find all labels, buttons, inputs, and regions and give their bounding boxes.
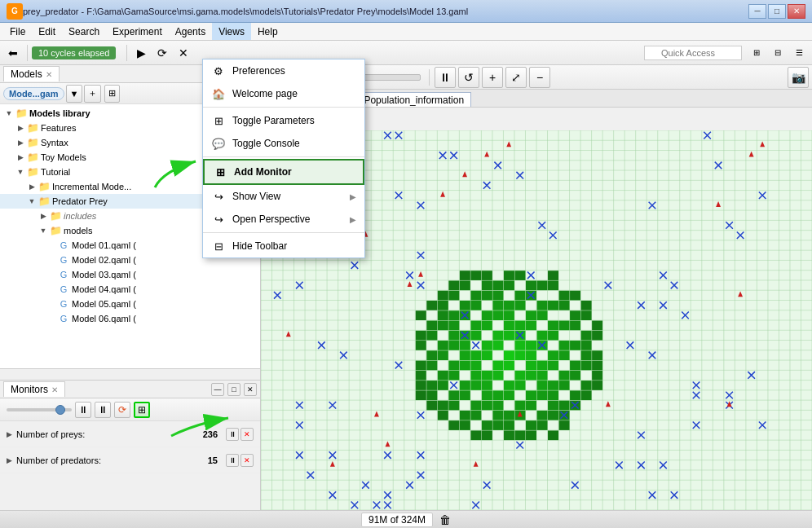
menu-search[interactable]: Search [62,23,106,40]
sim-expand-btn[interactable]: ⤢ [505,67,527,88]
sim-minus-btn[interactable]: − [529,67,550,88]
toolbar-btn-3[interactable]: ✕ [174,43,193,63]
tree-item-model01[interactable]: G Model 01.qaml ( [0,238,260,253]
monitors-speed-thumb[interactable] [55,405,65,415]
sim-toolbar: 👤 ▼ ⏸ ↺ + ⤢ − 📷 [261,65,812,90]
models-add-btn[interactable]: ＋ [84,85,101,103]
sim-reload-btn[interactable]: ↺ [458,67,479,88]
sim-dropdown-btn[interactable]: ▼ [288,67,309,88]
toolbar-layout-btn-2[interactable]: ⊟ [768,43,788,63]
menu-experiment[interactable]: Experiment [106,23,169,40]
tree-arrow-tutorial[interactable]: ▼ [15,168,26,176]
sim-pause-btn[interactable]: ⏸ [435,67,456,88]
folder-icon-syntax: 📁 [26,136,39,149]
monitors-tab-label: Monitors [11,384,48,395]
models-refresh-btn[interactable]: ⊞ [104,85,120,103]
sim-agent-btn[interactable]: 👤 [264,67,285,88]
tree-item-model03[interactable]: G Model 03.qaml ( [0,267,260,282]
tree-label-model03: Model 03.qaml ( [72,270,136,279]
close-button[interactable]: ✕ [788,4,805,19]
tree-arrow-includes[interactable]: ▶ [38,212,49,220]
tree-item-predator-prey[interactable]: ▼ 📁 Predator Prey [0,194,260,209]
menu-help[interactable]: Help [251,23,285,40]
monitor-row-predators: ▶ Number of predators: 15 ⏸ ✕ [0,447,260,473]
monitors-speed-slider[interactable] [7,408,72,411]
tree-item-incremental[interactable]: ▶ 📁 Incremental Mode... [0,179,260,194]
monitors-add-monitor-btn[interactable]: ⊞ [134,402,150,418]
toolbar-back-button[interactable]: ⬅ [3,43,23,63]
menu-agents[interactable]: Agents [169,23,212,40]
monitors-maximize-btn[interactable]: □ [227,383,241,396]
monitor-preys-close[interactable]: ✕ [241,428,254,441]
models-dropdown-btn[interactable]: ▼ [66,85,83,103]
tree-item-models[interactable]: ▼ 📁 models [0,223,260,238]
menu-views[interactable]: Views [212,23,251,40]
monitor-expand-predators[interactable]: ▶ [7,456,16,464]
tree-item-model05[interactable]: G Model 05.qaml ( [0,297,260,311]
monitor-expand-preys[interactable]: ▶ [7,430,16,438]
monitor-preys-pause[interactable]: ⏸ [226,428,239,441]
monitor-label-preys: Number of preys: [16,429,203,439]
tree-item-features[interactable]: ▶ 📁 Features [0,121,260,135]
models-tab-close[interactable]: ✕ [46,70,52,79]
tab-info-display[interactable]: 📊 info_display [264,92,343,107]
monitors-pause-btn[interactable]: ⏸ [95,402,111,418]
tree-item-syntax[interactable]: ▶ 📁 Syntax [0,135,260,150]
menu-edit[interactable]: Edit [32,23,62,40]
tree-horizontal-scrollbar[interactable] [0,368,260,380]
folder-icon-toy-models: 📁 [26,151,39,164]
monitor-predators-close[interactable]: ✕ [241,454,254,467]
toolbar-layout-btn-1[interactable]: ⊞ [747,43,766,63]
tree-item-includes[interactable]: ▶ 📁 includes [0,209,260,223]
file-icon-model06: G [57,312,70,325]
cycles-badge: 10 cycles elapsed [32,46,116,59]
models-tree: ▼ 📁 Models library ▶ 📁 Features ▶ 📁 Synt… [0,104,260,368]
tree-arrow-library[interactable]: ▼ [3,109,15,117]
tree-label-features: Features [41,123,76,133]
tab-population-information[interactable]: 📊 Population_information [343,92,471,107]
tree-arrow-features[interactable]: ▶ [15,124,26,132]
tree-arrow-toy-models[interactable]: ▶ [15,153,26,161]
tree-label-model04: Model 04.qaml ( [72,284,136,294]
quick-access-input[interactable] [644,46,742,60]
memory-status: 91M of 324M [361,513,433,527]
monitors-tab-close[interactable]: ✕ [51,385,58,394]
tree-label-includes: includes [64,211,96,221]
models-tab[interactable]: Models ✕ [3,66,60,81]
monitors-reload-btn[interactable]: ⟳ [114,402,130,418]
sim-step-btn[interactable]: + [482,67,503,88]
tree-item-model02[interactable]: G Model 02.qaml ( [0,253,260,267]
tree-item-model06[interactable]: G Model 06.qaml ( [0,311,260,326]
menu-file[interactable]: File [3,23,32,40]
models-file-label[interactable]: Mode...gam [3,87,64,100]
monitors-panel: Monitors ✕ — □ ✕ ⏸ ⏸ ⟳ ⊞ ▶ [0,380,260,510]
tree-arrow-predator-prey[interactable]: ▼ [26,197,38,205]
monitors-close-btn[interactable]: ✕ [244,383,257,396]
tree-arrow-incremental[interactable]: ▶ [26,183,38,191]
tree-item-library[interactable]: ▼ 📁 Models library [0,106,260,121]
toolbar-layout-btn-3[interactable]: ☰ [789,43,809,63]
monitors-play-btn[interactable]: ⏸ [75,402,91,418]
tree-item-tutorial[interactable]: ▼ 📁 Tutorial [0,165,260,179]
minimize-button[interactable]: ─ [748,4,766,19]
tree-label-predator-prey: Predator Prey [52,196,108,206]
toolbar-btn-2[interactable]: ⟳ [152,43,172,63]
simulation-canvas[interactable] [261,130,812,510]
tree-label-models: models [64,226,92,235]
tree-label-model01: Model 01.qaml ( [72,240,136,250]
sim-camera-btn[interactable]: 📷 [788,67,809,88]
tree-arrow-syntax[interactable]: ▶ [15,139,26,147]
monitor-label-predators: Number of predators: [16,455,208,465]
toolbar-btn-1[interactable]: ▶ [131,43,151,63]
trash-button[interactable]: 🗑 [439,513,451,526]
models-tab-bar: Models ✕ [0,65,260,83]
monitors-tab[interactable]: Monitors ✕ [3,381,65,397]
monitors-minimize-btn[interactable]: — [211,383,224,396]
tree-item-toy-models[interactable]: ▶ 📁 Toy Models [0,150,260,165]
tree-item-model04[interactable]: G Model 04.qaml ( [0,282,260,297]
monitor-predators-pause[interactable]: ⏸ [226,454,239,467]
sim-separator-1 [314,69,315,86]
tree-arrow-models[interactable]: ▼ [38,227,49,235]
simulation-view [261,108,812,510]
maximize-button[interactable]: □ [768,4,786,19]
